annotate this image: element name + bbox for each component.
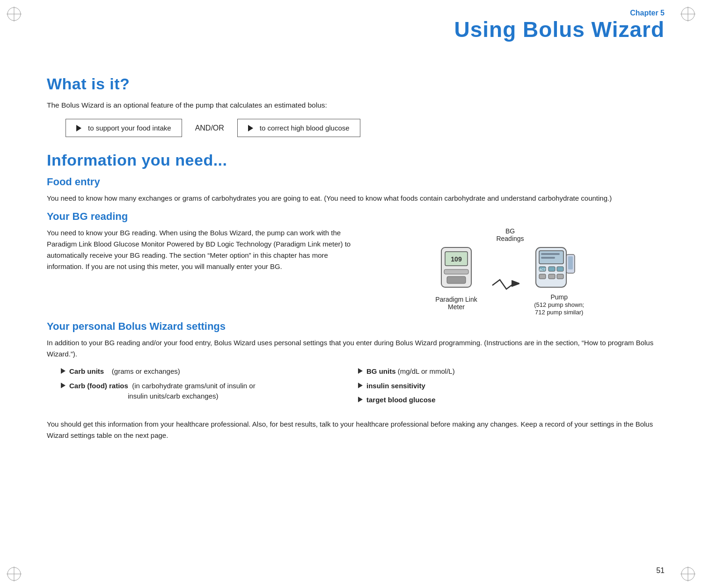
bolus-box-food-text: to support your food intake [88,124,171,132]
bg-reading-body: You need to know your BG reading. When u… [47,227,356,272]
settings-bullets: Carb units (grams or exchanges) Carb (fo… [61,366,655,409]
svg-rect-20 [541,253,560,255]
pump-caption: Pump(512 pump shown;712 pump similar) [534,293,584,316]
bullet-arrow-icon-5 [358,397,363,402]
main-content: What is it? The Bolus Wizard is an optio… [37,47,665,441]
meter-figure: 109 Paradigm LinkMeter [435,245,477,311]
transfer-arrow [491,276,519,295]
corner-mark-tl [6,6,22,22]
chapter-title: Using Bolus Wizard [37,17,665,42]
arrow-icon-glucose [248,125,253,131]
svg-rect-28 [557,274,563,279]
page-number: 51 [656,566,665,575]
bolus-box-glucose-text: to correct high blood glucose [260,124,350,132]
svg-rect-21 [541,257,555,259]
bg-reading-section-wrapper: Your BG reading You need to know your BG… [47,211,655,316]
bullet-target-bg: target blood glucose [358,395,655,406]
svg-rect-30 [568,256,573,269]
meter-caption: Paradigm LinkMeter [435,296,477,311]
bullet-bg-units-text: BG units (mg/dL or mmol/L) [366,366,455,377]
arrow-icon-food [76,125,81,131]
food-entry-section: Food entry You need to know how many exc… [47,176,655,204]
svg-point-0 [7,7,21,21]
corner-mark-tr [680,6,696,22]
bullet-arrow-icon [61,368,66,374]
meter-svg: 109 [438,245,475,292]
figure-area: BGReadings 109 [365,227,655,316]
bullet-carb-units-text: Carb units (grams or exchanges) [69,366,180,377]
svg-rect-15 [444,269,468,274]
personal-settings-text: In addition to your BG reading and/or yo… [47,337,655,360]
svg-text:ACT: ACT [539,268,546,271]
svg-rect-27 [548,274,555,279]
bg-reading-heading: Your BG reading [47,211,655,223]
svg-point-9 [681,567,695,581]
bullet-bg-units: BG units (mg/dL or mmol/L) [358,366,655,377]
bg-reading-text-block: You need to know your BG reading. When u… [47,227,356,279]
intro-text: The Bolus Wizard is an optional feature … [47,100,655,110]
what-is-it-heading: What is it? [47,75,655,93]
bullet-arrow-icon-4 [358,383,363,388]
bullet-arrow-icon-3 [358,368,363,374]
svg-rect-26 [539,274,546,279]
bullet-target-text: target blood glucose [366,395,436,406]
food-entry-text: You need to know how many exchanges or g… [47,193,655,204]
bullet-carb-ratios-text: Carb (food) ratios (in carbohydrate gram… [69,381,256,402]
corner-mark-bl [6,566,22,582]
food-entry-heading: Food entry [47,176,655,188]
personal-settings-heading: Your personal Bolus Wizard settings [47,320,655,333]
andor-text: AND/OR [195,124,224,132]
bullet-carb-units: Carb units (grams or exchanges) [61,366,358,377]
chapter-header: Chapter 5 Using Bolus Wizard [37,0,665,47]
bullet-insulin-sensitivity: insulin sensitivity [358,381,655,392]
pump-figure: ACT Pump(512 pump [534,245,585,316]
bolus-box-food: to support your food intake [66,119,182,137]
info-heading: Information you need... [47,151,655,169]
bottom-text: You should get this information from you… [47,419,655,441]
figure-row: 109 Paradigm LinkMeter [435,245,585,316]
bg-readings-label: BGReadings [496,227,524,242]
svg-text:109: 109 [451,255,462,263]
svg-rect-25 [557,267,563,271]
svg-point-6 [7,567,21,581]
bolus-boxes: to support your food intake AND/OR to co… [66,119,655,137]
left-bullets: Carb units (grams or exchanges) Carb (fo… [61,366,358,409]
chapter-label: Chapter 5 [37,8,665,17]
bullet-arrow-icon-2 [61,383,66,388]
page: Chapter 5 Using Bolus Wizard What is it?… [0,0,702,588]
corner-mark-br [680,566,696,582]
bolus-box-glucose: to correct high blood glucose [237,119,360,137]
pump-svg: ACT [534,245,585,290]
bullet-carb-ratios: Carb (food) ratios (in carbohydrate gram… [61,381,358,402]
personal-settings-section: Your personal Bolus Wizard settings In a… [47,320,655,409]
svg-point-3 [681,7,695,21]
svg-rect-16 [447,276,466,283]
bullet-insulin-text: insulin sensitivity [366,381,425,392]
right-bullets: BG units (mg/dL or mmol/L) insulin sensi… [358,366,655,409]
bg-reading-content: You need to know your BG reading. When u… [47,227,655,316]
svg-rect-24 [548,267,555,271]
